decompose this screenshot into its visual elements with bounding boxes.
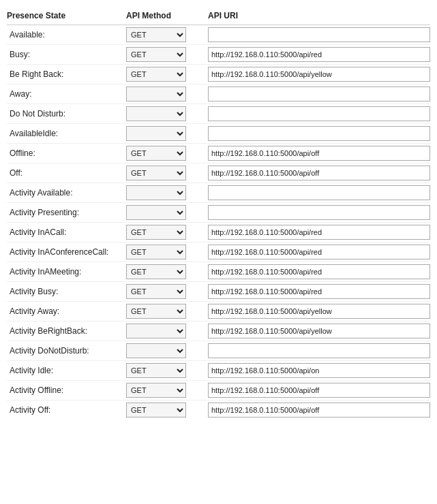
method-select[interactable]: GETPOSTPUTDELETE [126,363,186,378]
method-cell: GETPOSTPUTDELETE [126,284,208,299]
table-row: Activity Off:GETPOSTPUTDELETE [7,400,430,420]
state-label: Available: [7,30,126,40]
method-select[interactable]: GETPOSTPUTDELETE [126,284,186,299]
state-label: Offline: [7,148,126,158]
state-label: Activity InACall: [7,227,126,237]
method-select[interactable]: GETPOSTPUTDELETE [126,67,186,82]
state-label: Busy: [7,50,126,59]
state-label: Activity Idle: [7,366,126,375]
table-row: Activity InAMeeting:GETPOSTPUTDELETE [7,262,430,282]
table-row: Activity Away:GETPOSTPUTDELETE [7,302,430,321]
uri-input[interactable] [208,324,430,338]
state-label: Activity Available: [7,188,126,198]
uri-input[interactable] [208,86,430,101]
method-select[interactable]: GETPOSTPUTDELETE [126,383,186,398]
uri-input[interactable] [208,27,430,42]
uri-input[interactable] [208,146,430,161]
uri-cell [208,27,430,42]
header-method: API Method [126,11,208,20]
method-select[interactable]: GETPOSTPUTDELETE [126,27,186,42]
state-label: Be Right Back: [7,69,126,79]
method-cell: GETPOSTPUTDELETE [126,47,208,62]
uri-input[interactable] [208,225,430,240]
table-row: Activity BeRightBack:GETPOSTPUTDELETE [7,321,430,341]
method-select[interactable]: GETPOSTPUTDELETE [126,304,186,319]
table-row: Activity InAConferenceCall:GETPOSTPUTDEL… [7,242,430,262]
state-label: Activity Presenting: [7,208,126,217]
method-cell: GETPOSTPUTDELETE [126,383,208,398]
method-select[interactable]: GETPOSTPUTDELETE [126,225,186,240]
method-cell: GETPOSTPUTDELETE [126,403,208,418]
table-row: Activity Busy:GETPOSTPUTDELETE [7,282,430,302]
method-cell: GETPOSTPUTDELETE [126,27,208,42]
table-row: Off:GETPOSTPUTDELETE [7,163,430,183]
uri-input[interactable] [208,205,430,220]
method-cell: GETPOSTPUTDELETE [126,67,208,82]
state-label: Off: [7,168,126,178]
method-select[interactable]: GETPOSTPUTDELETE [126,205,186,220]
uri-input[interactable] [208,264,430,279]
table-row: Activity Presenting:GETPOSTPUTDELETE [7,203,430,223]
uri-cell [208,304,430,319]
uri-input[interactable] [208,126,430,141]
state-label: Do Not Disturb: [7,109,126,119]
uri-input[interactable] [208,245,430,259]
uri-cell [208,284,430,299]
table-row: Do Not Disturb:GETPOSTPUTDELETE [7,104,430,124]
state-label: Activity DoNotDisturb: [7,346,126,356]
method-cell: GETPOSTPUTDELETE [126,324,208,338]
state-label: Activity Away: [7,306,126,316]
uri-input[interactable] [208,47,430,62]
method-cell: GETPOSTPUTDELETE [126,225,208,240]
method-select[interactable]: GETPOSTPUTDELETE [126,47,186,62]
method-select[interactable]: GETPOSTPUTDELETE [126,86,186,101]
method-select[interactable]: GETPOSTPUTDELETE [126,324,186,338]
uri-input[interactable] [208,106,430,121]
method-select[interactable]: GETPOSTPUTDELETE [126,126,186,141]
method-select[interactable]: GETPOSTPUTDELETE [126,185,186,200]
method-select[interactable]: GETPOSTPUTDELETE [126,403,186,418]
uri-input[interactable] [208,67,430,82]
state-label: Activity BeRightBack: [7,326,126,336]
uri-input[interactable] [208,304,430,319]
uri-input[interactable] [208,363,430,378]
uri-cell [208,383,430,398]
uri-cell [208,126,430,141]
uri-cell [208,403,430,418]
table-row: Be Right Back:GETPOSTPUTDELETE [7,65,430,84]
state-label: Away: [7,89,126,99]
uri-cell [208,363,430,378]
uri-input[interactable] [208,284,430,299]
uri-cell [208,67,430,82]
method-select[interactable]: GETPOSTPUTDELETE [126,166,186,180]
table-row: Activity DoNotDisturb:GETPOSTPUTDELETE [7,341,430,361]
method-cell: GETPOSTPUTDELETE [126,126,208,141]
method-cell: GETPOSTPUTDELETE [126,86,208,101]
uri-input[interactable] [208,403,430,418]
uri-cell [208,205,430,220]
method-cell: GETPOSTPUTDELETE [126,304,208,319]
table-row: Activity Available:GETPOSTPUTDELETE [7,183,430,203]
method-select[interactable]: GETPOSTPUTDELETE [126,343,186,358]
uri-input[interactable] [208,343,430,358]
uri-cell [208,324,430,338]
uri-input[interactable] [208,383,430,398]
method-select[interactable]: GETPOSTPUTDELETE [126,146,186,161]
table-row: AvailableIdle:GETPOSTPUTDELETE [7,124,430,144]
uri-cell [208,146,430,161]
uri-input[interactable] [208,166,430,180]
state-label: Activity InAConferenceCall: [7,247,126,257]
table-header: Presence State API Method API URI [7,7,430,25]
method-select[interactable]: GETPOSTPUTDELETE [126,245,186,259]
uri-cell [208,166,430,180]
state-label: AvailableIdle: [7,129,126,138]
table-row: Offline:GETPOSTPUTDELETE [7,144,430,163]
method-select[interactable]: GETPOSTPUTDELETE [126,264,186,279]
state-label: Activity InAMeeting: [7,267,126,277]
uri-input[interactable] [208,185,430,200]
table-body: Available:GETPOSTPUTDELETEBusy:GETPOSTPU… [7,25,430,420]
method-select[interactable]: GETPOSTPUTDELETE [126,106,186,121]
uri-cell [208,106,430,121]
table-row: Activity InACall:GETPOSTPUTDELETE [7,223,430,242]
table-row: Available:GETPOSTPUTDELETE [7,25,430,45]
